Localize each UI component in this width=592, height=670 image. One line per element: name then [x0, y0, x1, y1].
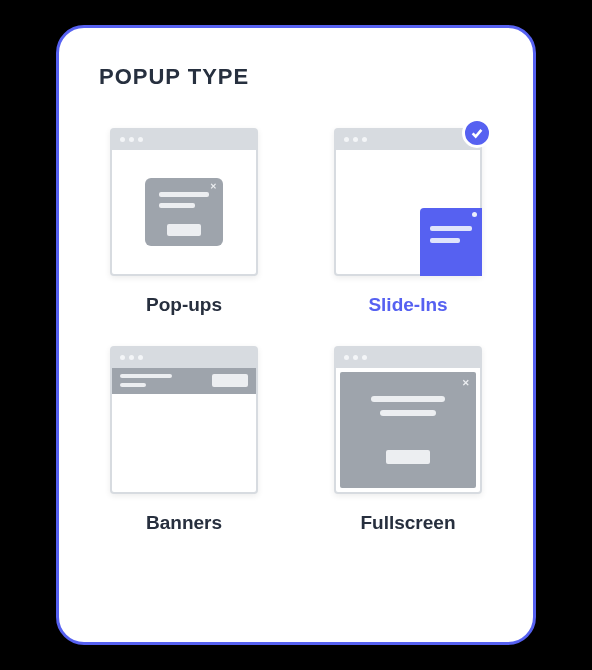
popup-type-panel: POPUP TYPE ✕ Pop-ups: [56, 25, 536, 645]
panel-title: POPUP TYPE: [99, 64, 493, 90]
option-label: Pop-ups: [146, 294, 222, 316]
option-label: Banners: [146, 512, 222, 534]
option-label: Fullscreen: [360, 512, 455, 534]
option-popups[interactable]: ✕ Pop-ups: [110, 128, 258, 316]
banners-preview-icon: [110, 346, 258, 494]
option-fullscreen[interactable]: ✕ Fullscreen: [334, 346, 482, 534]
option-label: Slide-Ins: [368, 294, 447, 316]
selected-check-icon: [462, 118, 492, 148]
fullscreen-preview-icon: ✕: [334, 346, 482, 494]
window-titlebar-icon: [336, 130, 480, 150]
slideins-preview-icon: [334, 128, 482, 276]
window-titlebar-icon: [336, 348, 480, 368]
option-slideins[interactable]: Slide-Ins: [334, 128, 482, 316]
window-titlebar-icon: [112, 348, 256, 368]
options-grid: ✕ Pop-ups: [99, 128, 493, 534]
window-titlebar-icon: [112, 130, 256, 150]
option-banners[interactable]: Banners: [110, 346, 258, 534]
popups-preview-icon: ✕: [110, 128, 258, 276]
